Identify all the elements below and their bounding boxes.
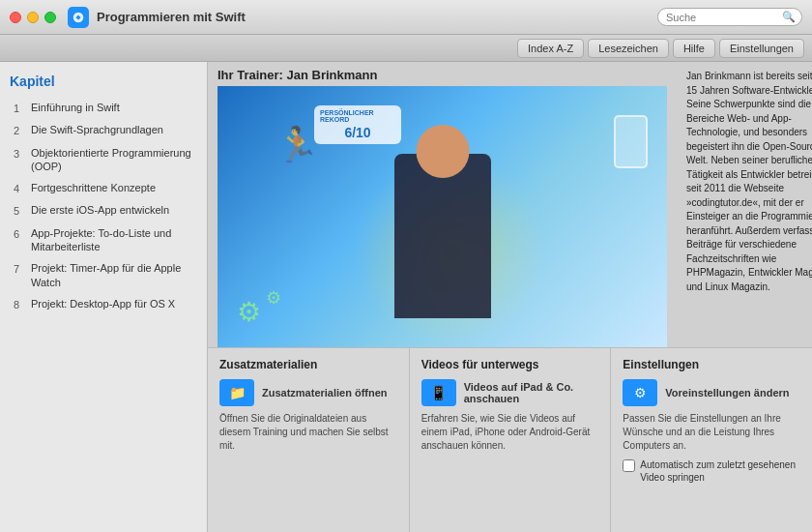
sidebar-item-chapter-8[interactable]: 8Projekt: Desktop-App für OS X	[10, 293, 197, 315]
navbar: Index A-Z Lesezeichen Hilfe Einstellunge…	[0, 35, 812, 62]
video-background: PERSÖNLICHER REKORD 6/10 🏃 ⚙ ⚙	[218, 86, 667, 347]
sidebar-item-chapter-6[interactable]: 6App-Projekte: To-do-Liste und Mitarbeit…	[10, 222, 197, 258]
panel-materials-title: Zusatzmaterialien	[219, 358, 397, 371]
stats-title: PERSÖNLICHER REKORD	[320, 109, 395, 123]
panel-videos-desc: Erfahren Sie, wie Sie die Videos auf ein…	[421, 412, 599, 453]
video-title: Ihr Trainer: Jan Brinkmann	[208, 62, 677, 86]
app-icon	[68, 7, 89, 28]
titlebar: Programmieren mit Swift 🔍	[0, 0, 812, 35]
sidebar-item-chapter-3[interactable]: 3Objektorientierte Programmierung (OOP)	[10, 142, 197, 178]
search-icon: 🔍	[782, 11, 796, 23]
auto-jump-row: Automatisch zum zuletzt gesehenen Video …	[623, 458, 800, 484]
panel-settings: Einstellungen ⚙ Voreinstellungen ändern …	[611, 348, 812, 532]
chapter-num: 6	[14, 227, 31, 254]
chapter-label: Einführung in Swift	[31, 101, 120, 115]
app-title: Programmieren mit Swift	[97, 10, 657, 24]
trainer-figure	[365, 125, 520, 318]
chapter-label: Projekt: Desktop-App für OS X	[31, 297, 175, 311]
trainer-bio-text: Jan Brinkmann ist bereits seit über 15 J…	[686, 71, 812, 292]
nav-bookmarks-btn[interactable]: Lesezeichen	[588, 39, 669, 58]
video-container: Ihr Trainer: Jan Brinkmann PERSÖNLICHER …	[208, 62, 677, 347]
auto-jump-checkbox[interactable]	[623, 459, 635, 472]
panel-materials-desc: Öffnen Sie die Originaldateien aus diese…	[219, 412, 397, 453]
sidebar-title: Kapitel	[10, 74, 197, 89]
gear-icon: ⚙	[237, 296, 261, 328]
nav-settings-btn[interactable]: Einstellungen	[719, 39, 804, 58]
trainer-info: Jan Brinkmann ist bereits seit über 15 J…	[677, 62, 812, 347]
folder-icon: 📁	[219, 379, 254, 406]
gear-small-icon: ⚙	[266, 287, 281, 309]
bottom-panels: Zusatzmaterialien 📁 Zusatzmaterialien öf…	[208, 347, 812, 532]
sidebar-item-chapter-1[interactable]: 1Einführung in Swift	[10, 97, 197, 119]
chapter-num: 4	[14, 182, 31, 195]
content: Ihr Trainer: Jan Brinkmann PERSÖNLICHER …	[208, 62, 812, 532]
trainer-head	[416, 125, 469, 178]
panel-videos: Videos für unterwegs 📱 Videos auf iPad &…	[410, 348, 612, 532]
auto-jump-label: Automatisch zum zuletzt gesehenen Video …	[640, 458, 800, 484]
tablet-icon: 📱	[421, 379, 456, 406]
minimize-button[interactable]	[27, 12, 39, 23]
panel-materials-btn[interactable]: Zusatzmaterialien öffnen	[262, 387, 388, 399]
chapter-label: Die erste iOS-App entwickeln	[31, 203, 169, 218]
chapter-list: 1Einführung in Swift2Die Swift-Sprachgru…	[10, 97, 197, 315]
chapter-num: 3	[14, 147, 31, 174]
panel-materials: Zusatzmaterialien 📁 Zusatzmaterialien öf…	[208, 348, 410, 532]
close-button[interactable]	[10, 12, 21, 23]
settings-gear-icon: ⚙	[623, 379, 657, 406]
phone-overlay-icon	[614, 115, 648, 168]
search-bar[interactable]: 🔍	[657, 8, 802, 26]
search-input[interactable]	[666, 12, 782, 23]
chapter-num: 8	[14, 298, 31, 311]
traffic-lights	[10, 12, 56, 23]
video-player: PERSÖNLICHER REKORD 6/10 🏃 ⚙ ⚙	[218, 86, 667, 347]
chapter-num: 7	[14, 262, 31, 289]
chapter-label: Fortgeschrittene Konzepte	[31, 181, 156, 195]
sidebar-item-chapter-7[interactable]: 7Projekt: Timer-App für die Apple Watch	[10, 257, 197, 293]
panel-videos-icon-row: 📱 Videos auf iPad & Co. anschauen	[421, 379, 599, 406]
chapter-label: App-Projekte: To-do-Liste und Mitarbeite…	[31, 226, 193, 254]
chapter-label: Objektorientierte Programmierung (OOP)	[31, 146, 193, 174]
maximize-button[interactable]	[44, 12, 56, 23]
panel-settings-title: Einstellungen	[623, 358, 800, 371]
sidebar-item-chapter-5[interactable]: 5Die erste iOS-App entwickeln	[10, 199, 197, 222]
nav-index-btn[interactable]: Index A-Z	[517, 39, 584, 58]
panel-settings-icon-row: ⚙ Voreinstellungen ändern	[623, 379, 800, 406]
panel-settings-btn[interactable]: Voreinstellungen ändern	[665, 387, 789, 399]
chapter-num: 1	[14, 102, 31, 115]
sidebar-item-chapter-4[interactable]: 4Fortgeschrittene Konzepte	[10, 177, 197, 199]
panel-materials-icon-row: 📁 Zusatzmaterialien öffnen	[219, 379, 397, 406]
main-layout: Kapitel 1Einführung in Swift2Die Swift-S…	[0, 62, 812, 532]
panel-videos-title: Videos für unterwegs	[421, 358, 599, 371]
chapter-num: 2	[14, 124, 31, 137]
chapter-label: Die Swift-Sprachgrundlagen	[31, 123, 163, 137]
sidebar: Kapitel 1Einführung in Swift2Die Swift-S…	[0, 62, 208, 532]
panel-settings-desc: Passen Sie die Einstellungen an Ihre Wün…	[623, 412, 800, 453]
video-section: Ihr Trainer: Jan Brinkmann PERSÖNLICHER …	[208, 62, 812, 347]
sidebar-item-chapter-2[interactable]: 2Die Swift-Sprachgrundlagen	[10, 119, 197, 141]
nav-help-btn[interactable]: Hilfe	[673, 39, 715, 58]
running-figure-icon: 🏃	[276, 125, 319, 165]
chapter-num: 5	[14, 204, 31, 218]
panel-videos-btn[interactable]: Videos auf iPad & Co. anschauen	[464, 381, 599, 404]
chapter-label: Projekt: Timer-App für die Apple Watch	[31, 261, 193, 289]
